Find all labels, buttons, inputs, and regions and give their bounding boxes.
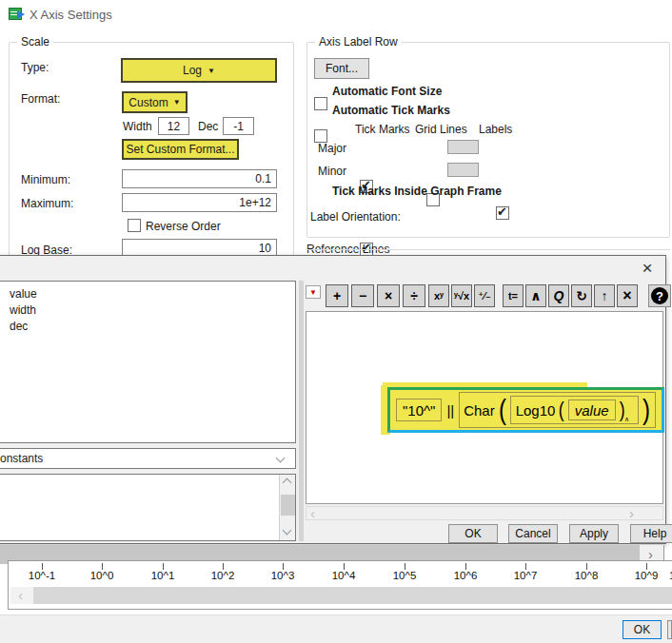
major-grid-line-color-swatch[interactable] [447,140,479,154]
reverse-order-label: Reverse Order [146,220,221,233]
window-footer [0,614,672,643]
minor-row-label: Minor [318,165,346,178]
log10-expression[interactable]: Log10 ( value ) ∧ [510,396,639,424]
axis-tick-label: 10^9 [635,570,659,581]
tick-marks-inside-frame-label: Tick Marks Inside Graph Frame [332,185,502,198]
automatic-tick-marks-checkbox[interactable] [314,129,327,143]
dec-label: Dec [198,120,218,133]
dropdown-arrow-icon: ▼ [208,67,215,75]
axis-tick-label: 10^-1 [29,570,55,581]
formula-expression[interactable]: "10^" || Char ( Log10 ( value ) ∧ ) [387,387,664,433]
help-icon[interactable]: ? [648,284,671,307]
formula-ok-button[interactable]: OK [448,524,498,543]
axis-tick [163,563,164,570]
reverse-order-checkbox[interactable] [128,219,141,232]
delete-expression-button[interactable]: × [617,284,638,307]
red-triangle-menu[interactable]: ▼ [306,285,321,299]
set-custom-format-button[interactable]: Set Custom Format... [122,139,239,160]
chevron-left-icon[interactable]: ‹ [18,588,23,602]
axis-tick-label: 10^7 [514,570,538,581]
formula-apply-button[interactable]: Apply [569,524,619,543]
add-operator-button[interactable]: + [326,284,348,307]
list-item[interactable]: value [10,286,295,302]
label-orientation-label: Label Orientation: [310,210,401,224]
unary-sign-button[interactable]: ⁺⁄₋ [474,284,495,307]
multiply-operator-button[interactable]: × [377,284,400,307]
format-label: Format: [21,92,60,106]
axis-tick-label: 10^0 [90,570,114,581]
formula-cancel-button[interactable]: Cancel [508,524,558,543]
automatic-tick-marks-label: Automatic Tick Marks [332,104,450,117]
axis-tick-label: 10^3 [271,570,295,581]
splitter-handle[interactable] [299,281,304,541]
axis-tick [646,563,647,570]
axis-tick [586,563,587,570]
minimum-field[interactable]: 0.1 [122,169,277,188]
dec-field[interactable]: -1 [223,117,254,135]
power-operator-button[interactable]: xʸ [428,284,449,307]
maximum-label: Maximum: [21,197,73,210]
open-paren: ( [499,396,506,424]
formula-canvas[interactable]: "10^" || Char ( Log10 ( value ) ∧ ) [306,311,663,504]
local-variable-button[interactable]: t= [503,284,524,307]
chevron-up-icon [283,478,292,488]
divide-operator-button[interactable]: ÷ [403,284,425,307]
cancel-button-clipped[interactable] [667,620,672,639]
axis-tick [525,563,526,570]
font-button[interactable]: Font... [314,58,369,79]
chevron-right-icon[interactable]: › [648,547,653,561]
root-operator-button[interactable]: ʸ√x [451,284,472,307]
axis-preview-scrollbar[interactable]: ‹ [10,587,672,604]
zoom-formula-button[interactable]: Q [548,284,569,307]
axis-preview-panel: 10^-1 10^0 10^1 10^2 10^3 10^4 10^5 10^6… [8,560,672,610]
scrollbar-thumb[interactable] [281,495,295,516]
chevron-right-icon[interactable]: › [629,506,634,520]
scale-legend: Scale [17,35,53,49]
ok-button[interactable]: OK [623,620,662,639]
format-dropdown[interactable]: Custom ▼ [122,91,188,113]
subtract-operator-button[interactable]: − [351,284,374,307]
formula-help-button[interactable]: Help [630,524,672,543]
chevron-left-icon[interactable]: ‹ [310,506,315,520]
type-label: Type: [21,61,49,74]
chevron-down-icon [283,526,292,536]
minor-grid-line-color-swatch[interactable] [447,163,479,177]
axis-tick-label: 10^4 [332,570,356,581]
scrollbar-thumb[interactable] [33,587,672,604]
function-category-dropdown[interactable]: onstants [0,448,296,469]
automatic-font-size-label: Automatic Font Size [332,85,442,98]
value-argument[interactable]: value [568,399,616,420]
maximum-field[interactable]: 1e+12 [122,193,277,212]
axis-tick [283,563,284,570]
column-header-grid-lines: Grid Lines [415,123,467,136]
close-icon[interactable]: × [637,259,658,278]
list-item[interactable]: dec [10,319,295,335]
major-row-label: Major [318,142,346,155]
axis-tick [465,563,466,570]
major-labels-checkbox[interactable]: ✔ [496,206,509,220]
char-expression[interactable]: Char ( Log10 ( value ) ∧ ) [459,392,656,428]
functions-list[interactable] [0,474,296,541]
peel-button[interactable]: ↑ [594,284,615,307]
concat-operator[interactable]: || [446,402,454,419]
column-header-labels: Labels [479,123,512,136]
window-title: X Axis Settings [30,8,112,22]
insertion-caret-icon: ∧ [624,416,629,423]
functions-list-scrollbar[interactable] [279,475,295,540]
scale-type-dropdown[interactable]: Log ▼ [121,58,277,83]
axis-tick-label: 10^8 [575,570,599,581]
format-value: Custom [128,96,168,109]
automatic-font-size-checkbox[interactable] [314,97,327,110]
width-field[interactable]: 12 [158,117,189,135]
scale-type-value: Log [183,64,202,77]
swap-button[interactable]: ↻ [571,284,592,307]
axis-tick [102,563,103,570]
raise-button[interactable]: ∧ [525,284,546,307]
formula-canvas-hscrollbar[interactable]: ‹ › [306,506,663,520]
reference-lines-groupbox-edge [306,249,670,250]
formula-literal[interactable]: "10^" [396,399,442,421]
axis-tick-label: 10^6 [454,570,478,581]
list-item[interactable]: width [10,302,295,319]
parameters-list[interactable]: value width dec [0,281,296,443]
check-icon: ✔ [497,205,507,219]
